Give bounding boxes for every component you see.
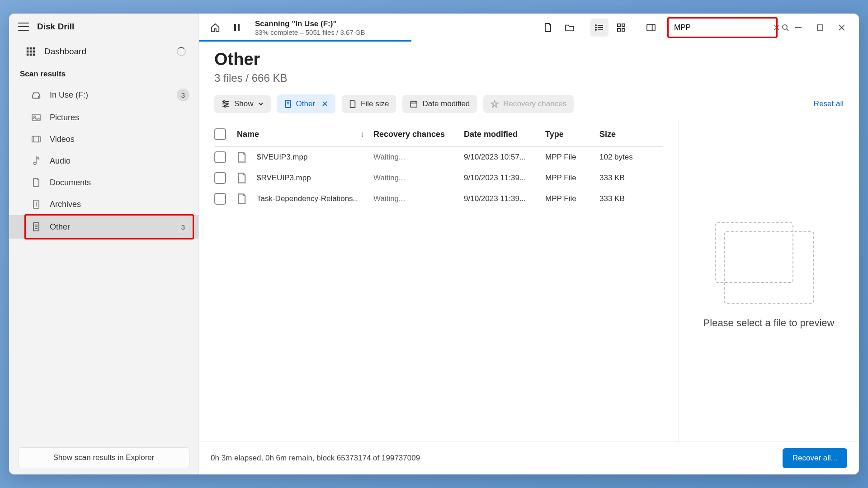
minimize-button[interactable] [788, 19, 808, 37]
filter-label: Recovery chances [503, 99, 566, 108]
filter-date-button[interactable]: Date modified [402, 95, 477, 113]
search-box[interactable] [668, 18, 777, 37]
column-size[interactable]: Size [599, 130, 663, 139]
close-button[interactable] [832, 19, 852, 37]
filter-filesize-button[interactable]: File size [342, 95, 396, 113]
scan-title: Scanning "In Use (F:)" [255, 19, 365, 28]
table-header: Name↓ Recovery chances Date modified Typ… [214, 122, 663, 147]
sidebar-badge: 3 [177, 221, 189, 233]
column-name[interactable]: Name↓ [237, 130, 373, 139]
file-icon [237, 151, 247, 163]
preview-placeholder-icon [724, 231, 814, 304]
reset-all-link[interactable]: Reset all [814, 99, 844, 108]
cell-recovery: Waiting... [373, 153, 464, 162]
list-view-button[interactable] [590, 19, 609, 37]
filters-row: Show Other ✕ File size Date modified [199, 88, 859, 120]
svg-point-9 [38, 97, 39, 98]
app-title: Disk Drill [37, 22, 74, 32]
other-icon [284, 99, 292, 108]
pause-button[interactable] [228, 19, 246, 37]
dashboard-label: Dashboard [44, 47, 86, 56]
cell-size: 102 bytes [599, 153, 663, 162]
sidebar-item-audio[interactable]: Audio [9, 150, 198, 172]
chevron-down-icon [258, 102, 264, 106]
dashboard-icon [25, 46, 36, 57]
file-view-button[interactable] [539, 19, 557, 37]
sidebar-item-pictures[interactable]: Pictures [9, 107, 198, 128]
home-button[interactable] [206, 19, 224, 37]
svg-rect-3 [27, 51, 29, 53]
svg-line-39 [787, 29, 788, 31]
svg-rect-2 [33, 47, 35, 50]
column-type[interactable]: Type [545, 130, 599, 139]
svg-point-29 [595, 29, 596, 30]
sidebar-item-label: Audio [50, 156, 71, 166]
sliders-icon [222, 100, 230, 108]
nav-dashboard[interactable]: Dashboard [9, 40, 198, 63]
page-title: Other [214, 50, 844, 69]
svg-rect-41 [817, 25, 823, 30]
column-date[interactable]: Date modified [464, 130, 545, 139]
close-icon[interactable]: ✕ [321, 99, 328, 109]
show-in-explorer-button[interactable]: Show scan results in Explorer [18, 447, 189, 468]
svg-point-28 [595, 27, 596, 28]
recover-all-button[interactable]: Recover all... [783, 448, 847, 468]
sidebar-footer: Show scan results in Explorer [9, 441, 198, 474]
cell-type: MPP File [545, 153, 599, 162]
file-icon [349, 99, 356, 108]
file-icon [237, 193, 247, 205]
svg-point-27 [595, 25, 596, 26]
select-all-checkbox[interactable] [214, 128, 226, 140]
filter-label: Date modified [422, 99, 470, 108]
sidebar: Disk Drill Dashboard Scan results In Use… [9, 14, 199, 474]
preview-toggle-button[interactable] [642, 19, 660, 37]
sidebar-item-label: Archives [50, 200, 81, 209]
star-icon [491, 100, 499, 108]
maximize-button[interactable] [810, 19, 830, 37]
disk-icon [31, 89, 42, 100]
table-row[interactable]: $IVEUIP3.mpp Waiting... 9/10/2023 10:57.… [214, 147, 663, 168]
file-table: Name↓ Recovery chances Date modified Typ… [199, 120, 678, 441]
content-body: Name↓ Recovery chances Date modified Typ… [199, 120, 859, 441]
filter-show-button[interactable]: Show [214, 95, 271, 113]
svg-rect-31 [622, 24, 625, 27]
main-area: Scanning "In Use (F:)" 33% complete – 50… [199, 14, 859, 474]
sidebar-item-other[interactable]: Other 3 [9, 215, 198, 239]
cell-type: MPP File [545, 194, 599, 203]
svg-point-15 [34, 162, 37, 165]
svg-rect-32 [618, 28, 620, 31]
cell-recovery: Waiting... [373, 174, 464, 183]
table-row[interactable]: $RVEUIP3.mpp Waiting... 9/10/2023 11:39.… [214, 168, 663, 188]
column-recovery[interactable]: Recovery chances [373, 130, 464, 139]
svg-rect-5 [33, 51, 35, 53]
sort-arrow-icon: ↓ [360, 130, 364, 139]
preview-pane: Please select a file to preview [678, 120, 859, 441]
filter-recovery-button[interactable]: Recovery chances [483, 95, 574, 113]
sidebar-item-archives[interactable]: Archives [9, 193, 198, 215]
search-icon[interactable] [782, 24, 789, 31]
svg-rect-8 [33, 54, 35, 56]
grid-view-button[interactable] [612, 19, 630, 37]
sidebar-header: Disk Drill [9, 14, 198, 40]
filter-label: Show [234, 99, 254, 108]
file-name: Task-Dependency-Relations.. [257, 194, 357, 203]
sidebar-badge: 3 [177, 89, 189, 101]
footer-status: 0h 3m elapsed, 0h 6m remain, block 65373… [211, 454, 420, 463]
folder-view-button[interactable] [561, 19, 579, 37]
search-input[interactable] [672, 20, 772, 35]
row-checkbox[interactable] [214, 172, 226, 184]
footer: 0h 3m elapsed, 0h 6m remain, block 65373… [199, 441, 859, 474]
content-header: Other 3 files / 666 KB [199, 42, 859, 88]
sidebar-item-inuse[interactable]: In Use (F:) 3 [9, 83, 198, 107]
svg-rect-53 [410, 102, 417, 108]
clear-search-icon[interactable] [774, 24, 780, 31]
row-checkbox[interactable] [214, 151, 226, 163]
table-row[interactable]: Task-Dependency-Relations.. Waiting... 9… [214, 188, 663, 209]
filter-other-chip[interactable]: Other ✕ [277, 94, 336, 113]
row-checkbox[interactable] [214, 193, 226, 205]
sidebar-item-documents[interactable]: Documents [9, 172, 198, 193]
menu-icon[interactable] [18, 23, 29, 31]
svg-rect-30 [618, 24, 620, 27]
sidebar-item-videos[interactable]: Videos [9, 128, 198, 150]
loading-spinner-icon [177, 47, 186, 56]
